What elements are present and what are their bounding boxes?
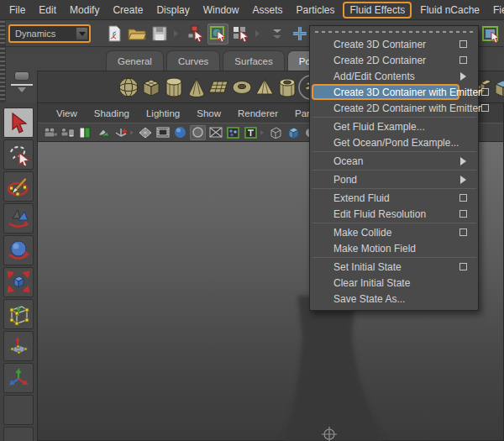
- menu-item-right-slot: [459, 56, 478, 64]
- save-scene-icon[interactable]: [149, 24, 170, 45]
- hud-text-icon[interactable]: [243, 125, 259, 140]
- menu-item-extend-fluid[interactable]: Extend Fluid: [310, 190, 478, 206]
- menubar-item-create[interactable]: Create: [106, 2, 150, 18]
- chevron-down-icon[interactable]: [18, 87, 26, 97]
- wireframe-cube-icon[interactable]: [267, 125, 283, 140]
- rotate-tool-icon[interactable]: [3, 235, 34, 265]
- menubar-item-particles[interactable]: Particles: [289, 2, 341, 18]
- menu-item-add-edit-contents[interactable]: Add/Edit Contents: [310, 68, 478, 84]
- poly-cube-blue-icon[interactable]: [491, 74, 504, 101]
- viewport-menu-show[interactable]: Show: [188, 108, 229, 118]
- film-gate-icon[interactable]: [155, 125, 171, 140]
- menubar-item-assets[interactable]: Assets: [245, 2, 289, 18]
- no-gate-icon[interactable]: [207, 125, 223, 140]
- bookmark-icon[interactable]: [77, 125, 93, 140]
- menu-item-create-2d-container-with-emitter[interactable]: Create 2D Container with Emitter: [310, 100, 478, 116]
- scale-tool-icon[interactable]: [3, 267, 34, 297]
- poly-cylinder-icon[interactable]: [162, 74, 185, 101]
- option-box-icon[interactable]: [459, 263, 467, 270]
- select-object-mode-icon[interactable]: [207, 24, 228, 45]
- menubar-item-file[interactable]: File: [3, 2, 32, 18]
- menu-item-ocean[interactable]: Ocean: [310, 153, 478, 169]
- menu-item-edit-fluid-resolution[interactable]: Edit Fluid Resolution: [310, 206, 478, 222]
- option-box-icon[interactable]: [459, 56, 467, 64]
- lasso-select-tool-icon[interactable]: [3, 139, 34, 170]
- menu-item-pond[interactable]: Pond: [310, 171, 478, 187]
- select-tool-icon[interactable]: [3, 108, 34, 138]
- paint-select-tool-icon[interactable]: [3, 171, 34, 202]
- menu-tearoff-handle[interactable]: [315, 29, 473, 34]
- select-component-mode-icon[interactable]: [230, 24, 251, 45]
- poly-pyramid-icon[interactable]: [253, 74, 276, 101]
- option-box-icon[interactable]: [481, 104, 489, 112]
- camera-icon[interactable]: [42, 125, 58, 140]
- shaded-sphere-icon[interactable]: [172, 125, 188, 140]
- option-box-icon[interactable]: [481, 88, 489, 96]
- snap-chevrons-icon[interactable]: [266, 24, 287, 45]
- show-manipulator-tool-icon[interactable]: [3, 363, 34, 393]
- chevron-down-icon[interactable]: [76, 27, 88, 40]
- shelf-tab-general[interactable]: General: [106, 50, 164, 71]
- menubar-item-edit[interactable]: Edit: [32, 2, 63, 18]
- shaded-cube-icon[interactable]: [285, 125, 301, 140]
- shelf-selector-knob[interactable]: [14, 71, 29, 81]
- menubar-item-fluid-effects[interactable]: Fluid Effects: [343, 2, 412, 18]
- menu-set-dropdown[interactable]: Dynamics: [8, 24, 91, 43]
- viewport-menu-shading[interactable]: Shading: [86, 108, 138, 118]
- main-menubar: FileEditModifyCreateDisplayWindowAssetsP…: [0, 0, 504, 20]
- menubar-item-fields[interactable]: Fields: [486, 2, 504, 18]
- shelf-tab-curves[interactable]: Curves: [166, 50, 220, 71]
- image-plane-icon[interactable]: [95, 125, 111, 140]
- extra-tool-slot[interactable]: [3, 427, 34, 441]
- menu-item-make-collide[interactable]: Make Collide: [310, 224, 478, 240]
- gate-circle-icon[interactable]: [190, 125, 206, 140]
- option-box-icon[interactable]: [459, 228, 467, 236]
- new-scene-icon[interactable]: [103, 24, 124, 45]
- menu-item-get-fluid-example[interactable]: Get Fluid Example...: [310, 118, 478, 134]
- poly-sphere-icon[interactable]: [117, 74, 139, 101]
- menu-item-get-ocean-pond-example[interactable]: Get Ocean/Pond Example...: [310, 134, 478, 150]
- viewport-menu-renderer[interactable]: Renderer: [229, 108, 286, 118]
- grid-toggle-icon[interactable]: [137, 125, 153, 140]
- select-hierarchy-mode-icon[interactable]: [185, 24, 206, 45]
- last-tool-slot[interactable]: [3, 395, 34, 425]
- toolbar-drag-handle[interactable]: [0, 21, 6, 46]
- menu-item-create-3d-container-with-emitter[interactable]: Create 3D Container with Emitter: [310, 84, 478, 100]
- menubar-item-fluid-ncache[interactable]: Fluid nCache: [413, 2, 486, 18]
- menu-item-make-motion-field[interactable]: Make Motion Field: [310, 240, 478, 256]
- poly-cube-icon[interactable]: [139, 74, 162, 101]
- open-scene-icon[interactable]: [126, 24, 147, 45]
- fluid-effects-menu-popup: Create 3D ContainerCreate 2D ContainerAd…: [309, 25, 479, 311]
- menu-item-save-state-as[interactable]: Save State As...: [310, 291, 478, 307]
- shelf-drag-handle[interactable]: [0, 48, 6, 102]
- menu-item-label: Create 2D Container: [310, 55, 459, 66]
- menu-item-create-2d-container[interactable]: Create 2D Container: [310, 52, 478, 68]
- camera-attributes-icon[interactable]: [60, 125, 76, 140]
- poly-cone-icon[interactable]: [185, 74, 207, 101]
- menubar-item-window[interactable]: Window: [197, 2, 246, 18]
- add-plus-icon[interactable]: [289, 24, 310, 45]
- selection-mask-icon[interactable]: [480, 24, 501, 45]
- move-tool-icon[interactable]: [3, 203, 34, 234]
- poly-plane-icon[interactable]: [207, 74, 230, 101]
- fluid-flask-silhouette[interactable]: [283, 296, 383, 441]
- menu-item-right-slot: [481, 104, 489, 112]
- shelf-selector-widget[interactable]: [11, 71, 33, 100]
- menubar-item-modify[interactable]: Modify: [63, 2, 106, 18]
- menu-item-create-3d-container[interactable]: Create 3D Container: [310, 36, 478, 52]
- universal-manipulator-tool-icon[interactable]: [3, 299, 34, 329]
- option-box-icon[interactable]: [459, 194, 467, 202]
- poly-pipe-icon[interactable]: [276, 74, 298, 101]
- menu-item-clear-initial-state[interactable]: Clear Initial State: [310, 275, 478, 291]
- viewport-menu-lighting[interactable]: Lighting: [138, 108, 188, 118]
- soft-modification-tool-icon[interactable]: [3, 331, 34, 361]
- shelf-tab-surfaces[interactable]: Surfaces: [223, 50, 284, 71]
- axis-snap-icon[interactable]: [113, 125, 129, 140]
- option-box-icon[interactable]: [459, 40, 467, 48]
- poly-torus-icon[interactable]: [230, 74, 253, 101]
- rgb-channels-icon[interactable]: [225, 125, 241, 140]
- viewport-menu-view[interactable]: View: [48, 108, 86, 118]
- menubar-item-display[interactable]: Display: [150, 2, 196, 18]
- menu-item-set-initial-state[interactable]: Set Initial State: [310, 259, 478, 275]
- option-box-icon[interactable]: [459, 210, 467, 218]
